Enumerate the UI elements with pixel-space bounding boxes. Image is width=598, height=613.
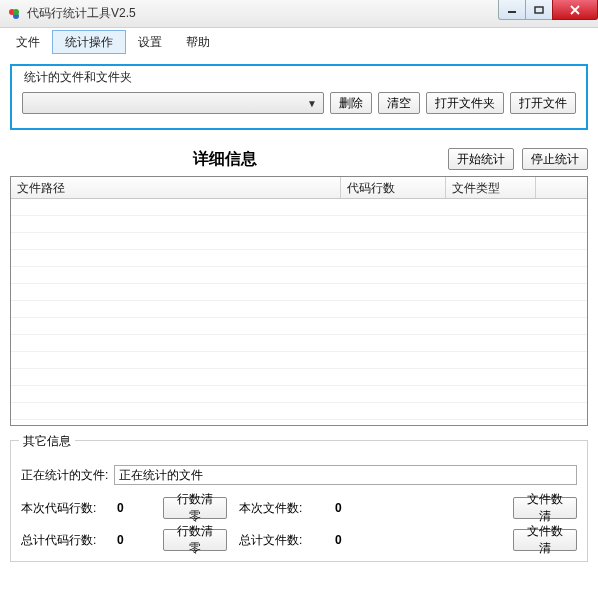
table-row[interactable] <box>11 250 587 267</box>
menu-help[interactable]: 帮助 <box>174 30 222 54</box>
table-row[interactable] <box>11 335 587 352</box>
this-lines-label: 本次代码行数: <box>21 500 111 517</box>
stop-stats-button[interactable]: 停止统计 <box>522 148 588 170</box>
menu-settings[interactable]: 设置 <box>126 30 174 54</box>
table-row[interactable] <box>11 267 587 284</box>
open-file-button[interactable]: 打开文件 <box>510 92 576 114</box>
table-row[interactable] <box>11 216 587 233</box>
files-reset-button-1[interactable]: 文件数清 <box>513 497 577 519</box>
minimize-button[interactable] <box>498 0 526 20</box>
close-button[interactable] <box>552 0 598 20</box>
table-row[interactable] <box>11 284 587 301</box>
this-files-value: 0 <box>335 501 375 515</box>
svg-rect-4 <box>535 7 543 13</box>
files-reset-button-2[interactable]: 文件数清 <box>513 529 577 551</box>
table-row[interactable] <box>11 233 587 250</box>
files-groupbox: 统计的文件和文件夹 ▼ 删除 清空 打开文件夹 打开文件 <box>10 64 588 130</box>
menu-stats-ops[interactable]: 统计操作 <box>52 30 126 54</box>
detail-table[interactable]: 文件路径 代码行数 文件类型 <box>10 176 588 426</box>
detail-title: 详细信息 <box>10 149 440 170</box>
menubar: 文件 统计操作 设置 帮助 <box>0 28 598 54</box>
app-icon <box>6 6 22 22</box>
svg-point-2 <box>13 9 19 15</box>
titlebar: 代码行统计工具V2.5 <box>0 0 598 28</box>
open-folder-button[interactable]: 打开文件夹 <box>426 92 504 114</box>
column-lines[interactable]: 代码行数 <box>341 177 446 198</box>
chevron-down-icon: ▼ <box>307 98 317 109</box>
table-body <box>11 199 587 420</box>
files-group-legend: 统计的文件和文件夹 <box>22 69 134 86</box>
table-header: 文件路径 代码行数 文件类型 <box>11 177 587 199</box>
table-row[interactable] <box>11 403 587 420</box>
total-files-value: 0 <box>335 533 375 547</box>
table-row[interactable] <box>11 318 587 335</box>
column-spacer <box>536 177 587 198</box>
other-info-group: 其它信息 正在统计的文件: 本次代码行数: 0 行数清零 本次文件数: 0 文件… <box>10 440 588 562</box>
table-row[interactable] <box>11 386 587 403</box>
window-title: 代码行统计工具V2.5 <box>27 5 136 22</box>
other-info-legend: 其它信息 <box>19 433 75 450</box>
lines-reset-button-1[interactable]: 行数清零 <box>163 497 227 519</box>
total-files-label: 总计文件数: <box>239 532 329 549</box>
table-row[interactable] <box>11 199 587 216</box>
total-lines-value: 0 <box>117 533 157 547</box>
total-lines-label: 总计代码行数: <box>21 532 111 549</box>
this-files-label: 本次文件数: <box>239 500 329 517</box>
table-row[interactable] <box>11 301 587 318</box>
clear-button[interactable]: 清空 <box>378 92 420 114</box>
maximize-button[interactable] <box>525 0 553 20</box>
current-file-input[interactable] <box>114 465 577 485</box>
start-stats-button[interactable]: 开始统计 <box>448 148 514 170</box>
current-file-label: 正在统计的文件: <box>21 467 108 484</box>
this-lines-value: 0 <box>117 501 157 515</box>
menu-file[interactable]: 文件 <box>4 30 52 54</box>
lines-reset-button-2[interactable]: 行数清零 <box>163 529 227 551</box>
path-combobox[interactable]: ▼ <box>22 92 324 114</box>
table-row[interactable] <box>11 352 587 369</box>
table-row[interactable] <box>11 369 587 386</box>
window-controls <box>499 0 598 20</box>
column-type[interactable]: 文件类型 <box>446 177 536 198</box>
column-path[interactable]: 文件路径 <box>11 177 341 198</box>
delete-button[interactable]: 删除 <box>330 92 372 114</box>
